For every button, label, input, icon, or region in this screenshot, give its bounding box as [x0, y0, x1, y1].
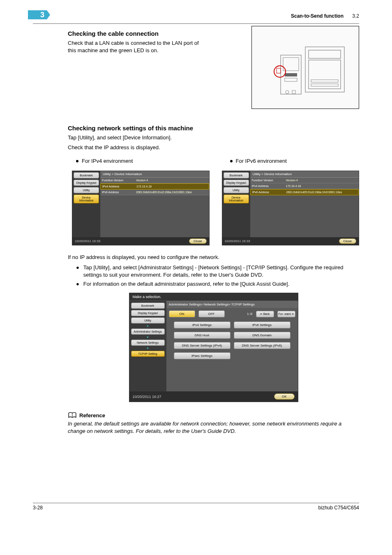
svg-rect-6	[283, 58, 299, 71]
chevron-down-icon: ▾	[131, 325, 165, 327]
display-keypad-button[interactable]: Display Keypad	[224, 180, 249, 186]
check-ip-text: Check that the IP address is displayed.	[68, 144, 359, 151]
bookmark-button[interactable]: Bookmark	[224, 172, 249, 178]
back-button[interactable]: ↞ Back	[256, 311, 274, 317]
svg-rect-1	[309, 50, 341, 58]
breadcrumb: Utility > Device Information	[100, 171, 209, 178]
dns-server-ipv4-button[interactable]: DNS Server Settings (IPv4)	[174, 342, 231, 349]
reference-body: In general, the default settings are ava…	[68, 420, 359, 435]
config-instruction-2: For information on the default administr…	[83, 280, 289, 288]
bullet-ipv4: For IPv4 environment	[76, 158, 205, 164]
heading-cable: Checking the cable connection	[68, 30, 205, 37]
ipv4-settings-button[interactable]: IPv4 Settings	[174, 321, 231, 328]
on-toggle[interactable]: ON	[169, 310, 195, 317]
svg-rect-8	[285, 78, 297, 81]
header-num: 3.2	[352, 13, 359, 19]
bookmark-button[interactable]: Bookmark	[131, 303, 165, 309]
display-keypad-button[interactable]: Display Keypad	[74, 180, 99, 186]
administrator-settings-button[interactable]: Administrator Settings	[131, 328, 165, 335]
model-name: bizhub C754/C654	[318, 505, 359, 511]
running-header: Scan-to-Send function 3.2	[291, 13, 359, 19]
off-toggle[interactable]: OFF	[198, 310, 225, 317]
svg-rect-10	[277, 68, 281, 73]
utility-button[interactable]: Utility	[224, 187, 249, 193]
timestamp: 10/20/2011 16:27	[133, 395, 161, 399]
printer-illustration	[251, 26, 359, 109]
svg-point-11	[286, 90, 289, 94]
device-info-button[interactable]: Device Information	[224, 194, 249, 204]
ipv6-settings-button[interactable]: IPv6 Settings	[234, 321, 291, 328]
svg-rect-2	[309, 60, 341, 89]
page-indicator: 1 /2	[247, 312, 252, 316]
breadcrumb: Utility > Device Information	[250, 171, 359, 178]
breadcrumb: Administrator Settings> Network Settings…	[166, 301, 298, 308]
chapter-badge: 3	[28, 10, 47, 19]
utility-button[interactable]: Utility	[131, 317, 165, 324]
config-instruction-1: Tap [Utility], and select [Administrator…	[83, 264, 359, 279]
dns-host-button[interactable]: DNS Host	[174, 332, 231, 339]
svg-rect-4	[311, 84, 338, 86]
display-keypad-button[interactable]: Display Keypad	[131, 310, 165, 316]
page-number: 3-28	[33, 505, 43, 511]
timestamp: 10/20/2011 16:33	[225, 239, 250, 243]
no-ip-text: If no IP address is displayed, you need …	[68, 254, 359, 261]
header-section: Scan-to-Send function	[291, 13, 344, 19]
cable-paragraph: Check that a LAN cable is connected to t…	[68, 39, 205, 54]
svg-rect-12	[292, 90, 295, 94]
device-info-button[interactable]: Device Information	[74, 194, 99, 204]
network-settings-button[interactable]: Network Settings	[131, 340, 165, 346]
device-info-screenshot-ipv6: Bookmark Display Keypad Utility Device I…	[222, 171, 360, 245]
utility-button[interactable]: Utility	[74, 187, 99, 193]
timestamp: 10/20/2011 16:33	[75, 239, 100, 243]
bullet-icon: ●	[76, 280, 79, 288]
svg-rect-7	[285, 73, 297, 76]
svg-point-9	[274, 66, 286, 77]
ok-button[interactable]: OK	[274, 393, 295, 400]
bullet-icon: ●	[76, 264, 79, 279]
tcpip-settings-screenshot: Make a selection. Bookmark Display Keypa…	[129, 293, 298, 402]
book-icon	[68, 412, 77, 419]
header-rule	[33, 23, 359, 24]
close-button[interactable]: Close	[189, 238, 206, 244]
tap-utility-text: Tap [Utility], and select [Device Inform…	[68, 134, 359, 141]
chevron-down-icon: ▾	[131, 347, 165, 349]
chevron-down-icon: ▾	[131, 336, 165, 338]
svg-rect-3	[311, 80, 338, 82]
bookmark-button[interactable]: Bookmark	[74, 172, 99, 178]
dns-domain-button[interactable]: DNS Domain	[234, 332, 291, 339]
reference-heading: Reference	[79, 412, 105, 419]
make-selection-label: Make a selection.	[129, 293, 298, 301]
bullet-ipv6: For IPv6 environment	[230, 158, 360, 164]
heading-network: Checking network settings of this machin…	[68, 125, 359, 132]
tcpip-setting-button[interactable]: TCP/IP Setting	[131, 351, 165, 357]
ipsec-settings-button[interactable]: IPsec Settings	[174, 352, 231, 359]
forward-button[interactable]: For- ward ↠	[277, 311, 295, 317]
dns-server-ipv6-button[interactable]: DNS Server Settings (IPv6)	[234, 342, 291, 349]
device-info-screenshot-ipv4: Bookmark Display Keypad Utility Device I…	[72, 171, 210, 245]
close-button[interactable]: Close	[339, 238, 356, 244]
